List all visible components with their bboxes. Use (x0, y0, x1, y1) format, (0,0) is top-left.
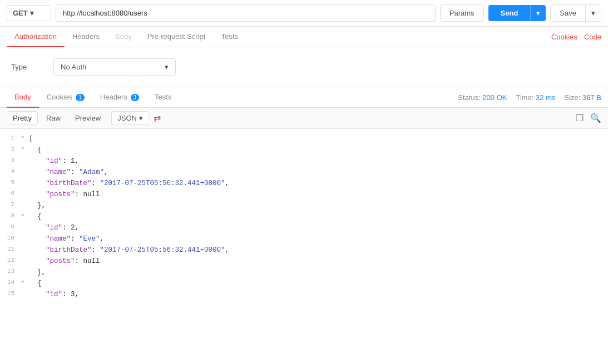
resp-meta: Status: 200 OK Time: 32 ms Size: 367 B (458, 93, 601, 102)
time-text: Time: 32 ms (516, 93, 555, 102)
auth-row: Type No Auth ▾ (11, 58, 597, 76)
code-line-12: 12 "posts": null (0, 256, 608, 267)
cookies-link[interactable]: Cookies (551, 33, 577, 41)
request-tabs: Authorization Headers Body Pre-request S… (0, 27, 608, 47)
response-tabs: Body Cookies 1 Headers 3 Tests Status: 2… (0, 87, 608, 108)
code-line-2: 2 ▾ { (0, 144, 608, 156)
code-line-1: 1 ▾ [ (0, 133, 608, 144)
auth-type-select[interactable]: No Auth ▾ (53, 58, 176, 76)
auth-section: Type No Auth ▾ (0, 47, 608, 87)
size-value: 367 B (582, 93, 601, 102)
auth-type-label: Type (11, 63, 45, 71)
format-select[interactable]: JSON ▾ (111, 111, 149, 125)
save-button-group: Save ▾ (550, 4, 601, 22)
tab-headers[interactable]: Headers (65, 27, 107, 47)
search-icon[interactable]: 🔍 (590, 113, 601, 123)
code-line-8: 8 ▾ { (0, 211, 608, 222)
method-label: GET (13, 9, 28, 17)
save-button[interactable]: Save (550, 4, 586, 22)
code-line-15: 15 "id": 3, (0, 289, 608, 298)
pretty-button[interactable]: Pretty (7, 111, 38, 125)
format-chevron-icon: ▾ (139, 114, 143, 122)
code-line-4: 4 "name": "Adam", (0, 167, 608, 178)
code-line-9: 9 "id": 2, (0, 222, 608, 233)
code-line-7: 7 }, (0, 200, 608, 211)
tab-tests[interactable]: Tests (213, 27, 245, 47)
resp-tab-tests[interactable]: Tests (147, 87, 179, 108)
raw-button[interactable]: Raw (40, 111, 67, 125)
code-link[interactable]: Code (584, 33, 601, 41)
wrap-icon[interactable]: ⇄ (154, 113, 161, 123)
headers-badge: 3 (131, 94, 140, 101)
method-select[interactable]: GET ▾ (7, 5, 51, 21)
auth-type-chevron-icon: ▾ (165, 63, 169, 71)
code-line-14: 14 ▾ { (0, 278, 608, 289)
format-value: JSON (117, 114, 137, 122)
method-chevron-icon: ▾ (30, 9, 34, 17)
tab-pre-request-script[interactable]: Pre-request Script (140, 27, 214, 47)
copy-icon[interactable]: ❐ (576, 113, 584, 123)
params-button[interactable]: Params (440, 4, 484, 22)
code-area: 1 ▾ [ 2 ▾ { 3 "id": 1, 4 "name": "Adam",… (0, 129, 608, 298)
cookies-badge: 1 (76, 94, 85, 101)
save-dropdown-button[interactable]: ▾ (586, 4, 601, 22)
resp-tab-body[interactable]: Body (7, 87, 39, 108)
top-bar: GET ▾ Params Send ▾ Save ▾ (0, 0, 608, 27)
resp-tab-cookies[interactable]: Cookies 1 (39, 87, 92, 108)
resp-tab-headers[interactable]: Headers 3 (92, 87, 147, 108)
send-button[interactable]: Send (488, 5, 531, 21)
size-text: Size: 367 B (565, 93, 602, 102)
status-text: Status: 200 OK (458, 93, 507, 102)
right-links: Cookies Code (551, 33, 601, 41)
code-line-13: 13 }, (0, 267, 608, 278)
code-line-11: 11 "birthDate": "2017-07-25T05:56:32.441… (0, 245, 608, 256)
send-dropdown-button[interactable]: ▾ (530, 5, 546, 21)
format-bar: Pretty Raw Preview JSON ▾ ⇄ ❐ 🔍 (0, 108, 608, 129)
code-line-3: 3 "id": 1, (0, 156, 608, 167)
preview-button[interactable]: Preview (69, 111, 107, 125)
tab-body[interactable]: Body (107, 27, 140, 47)
auth-type-value: No Auth (61, 63, 86, 71)
tab-authorization[interactable]: Authorization (7, 27, 65, 47)
code-line-6: 6 "posts": null (0, 189, 608, 200)
send-button-group: Send ▾ (488, 5, 546, 21)
code-line-10: 10 "name": "Eve", (0, 233, 608, 245)
url-input[interactable] (56, 4, 436, 22)
time-value: 32 ms (536, 93, 555, 102)
status-value: 200 OK (482, 93, 507, 102)
format-right-icons: ❐ 🔍 (576, 113, 601, 123)
code-line-5: 5 "birthDate": "2017-07-25T05:56:32.441+… (0, 178, 608, 189)
